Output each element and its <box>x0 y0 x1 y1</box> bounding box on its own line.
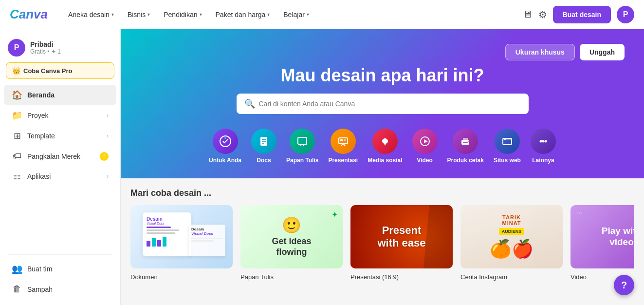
svg-point-21 <box>504 139 505 140</box>
card-dokumen[interactable]: Desain Visual Docs <box>130 205 233 281</box>
svg-point-24 <box>542 140 544 143</box>
sidebar-item-pangkalan-merek[interactable]: 🏷 Pangkalan Merek ⭐ <box>4 146 116 166</box>
chevron-right-icon: › <box>107 112 109 119</box>
card-video[interactable]: Play withvideo ○○ Video › <box>570 205 634 281</box>
monitor-icon[interactable]: 🖥 <box>523 9 533 20</box>
cat-situs-web[interactable]: Situs web <box>494 129 521 164</box>
custom-size-button[interactable]: Ukuran khusus <box>505 44 575 60</box>
cat-presentasi[interactable]: Presentasi <box>328 129 358 164</box>
content-area: Ukuran khusus Unggah Mau desain apa hari… <box>121 29 644 305</box>
svg-rect-17 <box>463 142 468 143</box>
section-title: Mari coba desain ... <box>130 188 634 198</box>
card-presentasi-label: Presentasi (16:9) <box>350 273 399 281</box>
card-dokumen-label: Dokumen <box>130 273 158 281</box>
nav-pendidikan[interactable]: Pendidikan ▾ <box>158 8 207 21</box>
trash-icon: 🗑 <box>12 284 22 294</box>
card-papan-tulis-label: Papan Tulis <box>240 273 274 281</box>
svg-rect-16 <box>463 138 468 140</box>
cat-docs[interactable]: Docs <box>251 129 276 164</box>
hero-section: Ukuran khusus Unggah Mau desain apa hari… <box>121 29 644 178</box>
cat-produk-cetak[interactable]: Produk cetak <box>447 129 484 164</box>
svg-rect-11 <box>340 139 343 141</box>
brand-icon: 🏷 <box>12 151 22 161</box>
chevron-right-icon: › <box>107 173 109 180</box>
nav-bisnis[interactable]: Bisnis ▾ <box>122 8 156 21</box>
cat-papan-tulis[interactable]: Papan Tulis <box>286 129 318 164</box>
gear-icon[interactable]: ⚙ <box>538 9 547 20</box>
sidebar-item-proyek[interactable]: 📁 Proyek › <box>4 105 116 126</box>
home-icon: 🏠 <box>12 90 22 100</box>
cat-untuk-anda[interactable]: Untuk Anda <box>209 129 241 164</box>
canva-logo[interactable]: Canva <box>10 7 48 22</box>
cat-video[interactable]: Video <box>412 129 438 164</box>
nav-right: 🖥 ⚙ Buat desain P <box>523 6 634 23</box>
sidebar-item-aplikasi[interactable]: ⚏ Aplikasi › <box>4 166 116 187</box>
hero-title: Mau desain apa hari ini? <box>140 65 625 86</box>
chevron-down-icon: ▾ <box>200 12 202 17</box>
trial-button[interactable]: 👑 Coba Canva Pro <box>6 62 114 79</box>
card-cerita-label: Cerita Instagram <box>460 273 507 281</box>
crown-icon: 👑 <box>12 67 20 75</box>
folder-icon: 📁 <box>12 110 22 121</box>
apps-icon: ⚏ <box>12 171 22 182</box>
sidebar-divider <box>8 254 112 255</box>
svg-point-23 <box>539 140 542 143</box>
svg-point-1 <box>224 137 226 139</box>
card-cerita-instagram[interactable]: TARIK MINAT AUDIENS 🍊🍎 Cerita Instagram <box>460 205 563 281</box>
svg-rect-6 <box>298 137 307 144</box>
team-icon: 👥 <box>12 264 22 274</box>
chevron-right-icon: › <box>107 133 109 139</box>
card-papan-tulis[interactable]: ✦ 🙂 Get ideasflowing Papan Tulis <box>240 205 343 281</box>
design-cards: Desain Visual Docs <box>130 205 634 281</box>
chevron-down-icon: ▾ <box>111 12 114 17</box>
hero-buttons: Ukuran khusus Unggah <box>140 44 625 60</box>
nav-belajar[interactable]: Belajar ▾ <box>277 8 315 21</box>
user-section: P Pribadi Gratis • ✦ 1 <box>0 35 120 62</box>
chevron-down-icon: ▾ <box>307 12 309 17</box>
svg-point-22 <box>505 139 506 140</box>
nav-paket-harga[interactable]: Paket dan harga ▾ <box>210 8 276 21</box>
avatar[interactable]: P <box>617 6 634 23</box>
nav-aneka-desain[interactable]: Aneka desain ▾ <box>62 8 120 21</box>
user-avatar[interactable]: P <box>8 39 25 57</box>
sidebar-item-beranda[interactable]: 🏠 Beranda <box>4 85 116 105</box>
badge: ⭐ <box>100 152 109 161</box>
cat-lainnya[interactable]: Lainnya <box>531 129 556 164</box>
search-icon: 🔍 <box>244 98 255 109</box>
cat-media-sosial[interactable]: Media sosial <box>368 129 402 164</box>
sidebar: P Pribadi Gratis • ✦ 1 👑 Coba Canva Pro … <box>0 29 121 305</box>
design-section: Mari coba desain ... Desain Visual Docs <box>121 178 644 291</box>
card-video-label: Video <box>570 273 587 281</box>
chevron-down-icon: ▾ <box>147 12 150 17</box>
svg-rect-12 <box>344 139 346 141</box>
svg-point-18 <box>468 141 469 142</box>
card-presentasi[interactable]: Presentwith ease Presentasi (16:9) <box>350 205 453 281</box>
svg-marker-14 <box>424 139 428 143</box>
sidebar-item-template[interactable]: ⊞ Template › <box>4 126 116 146</box>
search-bar[interactable]: 🔍 <box>237 94 529 114</box>
svg-rect-10 <box>339 138 348 144</box>
user-name: Pribadi <box>30 40 61 48</box>
help-button[interactable]: ? <box>614 275 634 295</box>
svg-point-25 <box>544 140 547 143</box>
nav-links: Aneka desain ▾ Bisnis ▾ Pendidikan ▾ Pak… <box>62 8 523 21</box>
sidebar-item-sampah[interactable]: 🗑 Sampah <box>4 279 116 299</box>
sidebar-item-buat-tim[interactable]: 👥 Buat tim <box>4 259 116 279</box>
search-input[interactable] <box>259 100 521 108</box>
category-icons: Untuk Anda Docs Papan Tulis <box>140 124 625 169</box>
user-subtitle: Gratis • ✦ 1 <box>30 48 61 55</box>
top-navigation: Canva Aneka desain ▾ Bisnis ▾ Pendidikan… <box>0 0 644 29</box>
upload-button[interactable]: Unggah <box>580 44 625 60</box>
main-layout: P Pribadi Gratis • ✦ 1 👑 Coba Canva Pro … <box>0 29 644 305</box>
template-icon: ⊞ <box>12 131 22 141</box>
chevron-down-icon: ▾ <box>267 12 270 17</box>
buat-desain-button[interactable]: Buat desain <box>553 6 611 23</box>
